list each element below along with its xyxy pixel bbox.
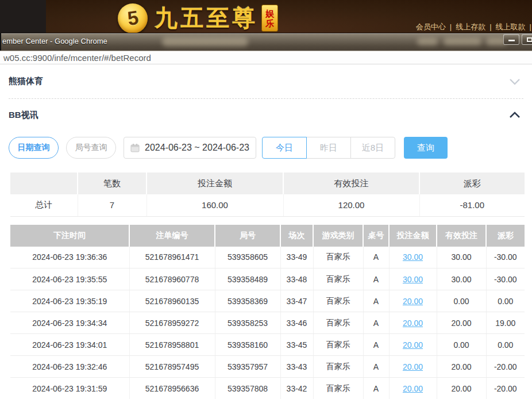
session-cell: 33-45	[280, 334, 313, 356]
table-row: 2024-06-23 19:35:55 521678960778 5393584…	[10, 268, 525, 290]
quick-range-today[interactable]: 今日	[262, 137, 307, 159]
table-no-cell: A	[363, 290, 389, 312]
brand-name: 九五至尊	[155, 2, 258, 34]
section-bb-video[interactable]: BB视讯	[0, 99, 532, 131]
nav-separator: |	[489, 22, 491, 31]
bet-amount-link[interactable]: 20.00	[403, 319, 423, 328]
bet-amount-cell: 20.00	[389, 356, 437, 378]
address-bar[interactable]: w05.cc:9900/infe/mcenter/#/betRecord	[0, 51, 532, 64]
table-no-cell: A	[363, 356, 389, 378]
nav-online-withdraw[interactable]: 线上取款	[496, 22, 526, 31]
session-cell: 33-49	[280, 247, 313, 268]
summary-total-label: 总计	[10, 194, 78, 216]
bet-amount-link[interactable]: 20.00	[403, 362, 423, 371]
summary-count-value: 7	[78, 194, 147, 216]
slip-no-cell: 521678961471	[129, 247, 215, 268]
table-no-cell: A	[363, 312, 389, 334]
valid-bet-cell: 30.00	[437, 247, 486, 268]
table-no-cell: A	[363, 268, 389, 290]
bet-record-table: 下注时间 注单编号 局号 场次 游戏类别 桌号 投注金额 有效投注 派彩 202…	[10, 225, 525, 399]
header-session: 场次	[280, 225, 313, 247]
game-type-cell: 百家乐	[313, 268, 363, 290]
slip-no-cell: 521678960778	[129, 268, 215, 290]
slip-no-cell: 521678958801	[129, 334, 215, 356]
minimize-icon	[508, 40, 515, 41]
summary-valid-bet-value: 120.00	[283, 194, 419, 216]
valid-bet-cell: 20.00	[437, 312, 486, 334]
round-query-tab[interactable]: 局号查询	[66, 137, 116, 159]
chevron-up-icon[interactable]	[509, 112, 521, 118]
bet-time-cell: 2024-06-23 19:34:01	[10, 334, 129, 356]
bet-amount-link[interactable]: 20.00	[403, 340, 423, 350]
round-no-cell: 539357808	[215, 378, 280, 399]
session-cell: 33-42	[280, 378, 313, 399]
valid-bet-cell: 0.00	[437, 290, 486, 312]
blurred-decoration	[162, 37, 248, 47]
header-payout: 派彩	[486, 225, 525, 247]
section-panda-sports[interactable]: 熊猫体育	[9, 64, 523, 99]
round-no-cell: 539358605	[215, 247, 280, 268]
maximize-button[interactable]	[522, 34, 532, 45]
table-row: 2024-06-23 19:31:59 521678956636 5393578…	[10, 378, 525, 399]
quick-range-last8days[interactable]: 近8日	[350, 137, 395, 159]
header-bet-amount: 投注金额	[389, 225, 437, 247]
nav-separator: |	[530, 22, 531, 31]
summary-table: 笔数 投注金额 有效投注 派彩 总计 7 160.00 120.00 -81.0…	[10, 172, 525, 217]
search-button[interactable]: 查询	[404, 137, 448, 159]
bet-amount-cell: 20.00	[389, 334, 437, 356]
bet-amount-link[interactable]: 30.00	[403, 252, 423, 262]
session-cell: 33-43	[280, 356, 313, 378]
bet-amount-cell: 30.00	[389, 247, 437, 268]
nav-online-deposit[interactable]: 线上存款	[456, 22, 485, 31]
coin-digit: 5	[126, 6, 140, 30]
summary-header-row: 笔数 投注金额 有效投注 派彩	[10, 172, 525, 194]
slip-no-cell: 521678956636	[129, 378, 215, 399]
nav-separator: |	[450, 22, 452, 31]
redacted-balance	[444, 38, 481, 45]
window-controls	[503, 34, 532, 45]
coin-logo-icon: 5	[118, 3, 148, 33]
nav-member-center[interactable]: 会员中心	[416, 22, 446, 31]
site-logo: 5 九五至尊 娱 乐	[118, 2, 278, 34]
minimize-button[interactable]	[503, 34, 519, 45]
table-no-cell: A	[363, 378, 389, 399]
window-titlebar[interactable]: ember Center - Google Chrome	[0, 33, 532, 51]
bet-amount-link[interactable]: 30.00	[403, 275, 423, 284]
valid-bet-cell: 0.00	[437, 334, 486, 356]
quick-range-yesterday[interactable]: 昨日	[306, 137, 351, 159]
payout-cell: 19.00	[486, 312, 525, 334]
bet-amount-cell: 20.00	[389, 290, 437, 312]
bet-amount-link[interactable]: 20.00	[403, 384, 423, 393]
payout-cell: -30.00	[486, 247, 525, 268]
payout-cell: 0.00	[486, 290, 525, 312]
valid-bet-cell: 20.00	[437, 378, 486, 399]
table-row: 2024-06-23 19:34:34 521678959272 5393582…	[10, 312, 525, 334]
window-title: ember Center - Google Chrome	[2, 37, 107, 45]
header-game-type: 游戏类别	[313, 225, 363, 247]
slip-no-cell: 521678960135	[129, 290, 215, 312]
game-type-cell: 百家乐	[313, 247, 363, 268]
section-label: BB视讯	[9, 110, 38, 121]
header-table-no: 桌号	[363, 225, 389, 247]
summary-header-blank	[10, 172, 78, 194]
bet-amount-link[interactable]: 20.00	[403, 297, 423, 306]
summary-header-valid-bet: 有效投注	[283, 172, 419, 194]
bet-time-cell: 2024-06-23 19:34:34	[10, 312, 129, 334]
top-nav: 会员中心|线上存款|线上取款|	[416, 22, 532, 32]
filter-toolbar: 日期查询 局号查询 2024-06-23 ~ 2024-06-23 今日 昨日 …	[0, 137, 532, 159]
bet-time-cell: 2024-06-23 19:35:55	[10, 268, 129, 290]
maximize-icon	[527, 37, 532, 42]
round-no-cell: 539357957	[215, 356, 280, 378]
summary-header-bet-amount: 投注金额	[147, 172, 283, 194]
slip-no-cell: 521678957495	[129, 356, 215, 378]
chevron-down-icon[interactable]	[509, 78, 521, 85]
bet-time-cell: 2024-06-23 19:32:46	[10, 356, 129, 378]
header-valid-bet: 有效投注	[437, 225, 486, 247]
payout-cell: -30.00	[486, 268, 525, 290]
date-range-input[interactable]: 2024-06-23 ~ 2024-06-23	[124, 137, 256, 159]
date-query-tab[interactable]: 日期查询	[9, 137, 59, 159]
bet-amount-cell: 30.00	[389, 268, 437, 290]
payout-cell: -20.00	[486, 356, 525, 378]
bet-time-cell: 2024-06-23 19:35:19	[10, 290, 129, 312]
calendar-icon	[130, 143, 140, 152]
